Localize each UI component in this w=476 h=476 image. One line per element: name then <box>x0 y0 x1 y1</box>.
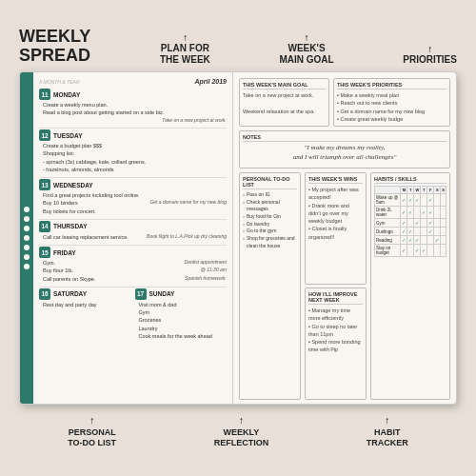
habit-4-t2 <box>421 228 427 236</box>
spine-dot-2 <box>24 216 30 222</box>
left-page: A MONTH & YEAR April 2019 11 MONDAY Crea… <box>33 72 233 404</box>
tuesday-name: TUESDAY <box>53 132 82 139</box>
monday-name: MONDAY <box>53 91 80 98</box>
monday-num: 11 <box>39 89 50 100</box>
sunday-header: 17 SUNDAY <box>135 288 228 300</box>
habit-col-name <box>375 187 401 194</box>
priorities-content: • Make a weekly meal plan • Reach out to… <box>337 91 446 123</box>
wednesday-name: WEDNESDAY <box>53 182 93 188</box>
habit-2-t2: ✓ <box>421 207 427 219</box>
bottom-habit-label: ↑ HABIT TRACKER <box>367 410 408 448</box>
habit-6-s2 <box>441 245 446 257</box>
habit-2-s1 <box>434 207 441 219</box>
right-top: THIS WEEK'S MAIN GOAL Take on a new proj… <box>239 78 450 127</box>
weekly-spread-label: WEEKLYSPREAD <box>19 28 90 66</box>
main-goal-top-label: WEEK'S MAIN GOAL <box>279 43 333 66</box>
main-goal-content: Take on a new project at work. Weekend r… <box>243 91 326 115</box>
habit-name-4: Duolingo <box>375 228 401 236</box>
habit-name-1: Wake up @ 5am <box>375 194 401 207</box>
habit-5-s1: ✓ <box>434 236 441 245</box>
day-thursday: 14 THURSDAY Pick up dry cleaning Book fl… <box>39 221 227 241</box>
friday-num: 15 <box>39 247 50 258</box>
main-goal-title: THIS WEEK'S MAIN GOAL <box>243 82 326 89</box>
improve-section: HOW I'LL IMPROVE NEXT WEEK • Manage my t… <box>305 288 367 400</box>
habit-tracker-label: HABIT TRACKER <box>367 427 408 448</box>
weekend-block: 16 SATURDAY Rest day and party day 17 SU… <box>39 288 227 340</box>
weekly-reflection-label: WEEKLY REFLECTION <box>214 427 269 448</box>
habit-5-m: ✓ <box>401 236 407 245</box>
habit-row-1: Wake up @ 5am ✓ ✓ ✓ ✓ <box>375 194 446 207</box>
habit-row-6: Stay on budget ✓ ✓ ✓ <box>375 245 446 257</box>
habit-5-f <box>427 236 434 245</box>
sunday-name: SUNDAY <box>149 290 175 297</box>
bottom-reflection-label: ↑ WEEKLY REFLECTION <box>214 410 269 448</box>
habit-2-t1: ✓ <box>407 207 414 219</box>
habit-name-3: Gym <box>375 219 401 228</box>
habit-2-s2 <box>441 207 446 219</box>
main-goal-section: THIS WEEK'S MAIN GOAL Take on a new proj… <box>239 78 329 127</box>
sunday-num: 17 <box>135 288 147 300</box>
notes-section: NOTES "I make my dreams my reality,and I… <box>239 130 450 169</box>
habit-row-5: Reading ✓ ✓ ✓ ✓ <box>375 236 446 245</box>
habit-name-6: Stay on budget <box>375 245 401 257</box>
thursday-content: Pick up dry cleaning Book flight to L.A.… <box>39 233 227 241</box>
habit-1-m: ✓ <box>401 194 407 207</box>
habit-5-w: ✓ <box>414 236 421 245</box>
habit-6-t1 <box>407 245 414 257</box>
tuesday-header: 12 TUESDAY <box>39 129 227 141</box>
personal-todo-label: PERSONAL TO-DO LIST <box>68 427 116 448</box>
habit-2-m: ✓ <box>401 207 407 219</box>
habit-row-3: Gym ✓ ✓ ✓ <box>375 219 446 228</box>
spine-dot-5 <box>24 245 30 250</box>
habit-title: HABITS / SKILLS <box>374 176 446 184</box>
habit-row-4: Duolingo ✓ ✓ ✓ <box>375 228 446 236</box>
sunday-content: Visit mom & dad Gym Groceries Laundry Co… <box>135 301 228 340</box>
habit-table: M T W T F S S Wake up @ 5am <box>374 186 446 257</box>
habit-name-2: Drink 2L water <box>375 207 401 219</box>
friday-content: Gym. Dentist appointment Buy flour 1lb. … <box>39 259 227 283</box>
habit-3-w: ✓ <box>414 219 421 228</box>
notebook: A MONTH & YEAR April 2019 11 MONDAY Crea… <box>19 71 457 405</box>
habit-5-t1: ✓ <box>407 236 414 245</box>
habit-3-m: ✓ <box>401 219 407 228</box>
habit-1-t2 <box>421 194 427 207</box>
habit-1-t1: ✓ <box>407 194 414 207</box>
saturday-name: SATURDAY <box>53 290 87 297</box>
monday-header: 11 MONDAY <box>39 89 227 100</box>
top-labels-row: WEEKLYSPREAD ↑ PLAN FOR THE WEEK ↑ WEEK'… <box>19 28 457 71</box>
saturday-content: Rest day and party day <box>39 301 131 308</box>
page-month: April 2019 <box>195 78 227 85</box>
priorities-section: THIS WEEK'S PRIORITIES • Make a weekly m… <box>333 78 450 127</box>
spine-dot-7 <box>24 264 30 269</box>
habit-col-s1: S <box>434 187 441 194</box>
wednesday-content: Find a great projects including tool onl… <box>39 191 227 215</box>
spine-dot-4 <box>24 235 30 241</box>
day-friday: 15 FRIDAY Gym. Dentist appointment Buy f… <box>39 247 227 283</box>
habit-name-5: Reading <box>375 236 401 245</box>
habit-5-s2 <box>441 236 446 245</box>
right-page: THIS WEEK'S MAIN GOAL Take on a new proj… <box>233 72 456 404</box>
habit-1-s1 <box>434 194 441 207</box>
thursday-name: THURSDAY <box>53 223 88 229</box>
todo-item-6: ›Shop for groceries and clean the house <box>243 235 297 249</box>
todo-item-3: ›Buy food for Gin <box>243 213 297 221</box>
habit-4-t1: ✓ <box>407 228 414 236</box>
habit-1-f: ✓ <box>427 194 434 207</box>
saturday-header: 16 SATURDAY <box>39 288 131 300</box>
priorities-top-label: PRIORITIES <box>403 54 457 66</box>
page-header: A MONTH & YEAR April 2019 <box>39 78 227 85</box>
notes-quote: "I make my dreams my reality,and I will … <box>243 144 446 163</box>
habit-section: HABITS / SKILLS M T W T F S S <box>370 172 450 400</box>
friday-header: 15 FRIDAY <box>39 247 227 258</box>
spine-dot-6 <box>24 254 30 260</box>
habit-row-2: Drink 2L water ✓ ✓ ✓ ✓ <box>375 207 446 219</box>
habit-6-f <box>427 245 434 257</box>
day-saturday: 16 SATURDAY Rest day and party day <box>39 288 131 340</box>
habit-4-w <box>414 228 421 236</box>
habit-6-s1 <box>434 245 441 257</box>
wins-improve-column: THIS WEEK'S WINS • My project after was … <box>305 172 367 400</box>
day-tuesday: 12 TUESDAY Create a budget plan $$$ Shop… <box>39 129 227 173</box>
habit-3-t2 <box>421 219 427 228</box>
day-wednesday: 13 WEDNESDAY Find a great projects inclu… <box>39 179 227 215</box>
habit-6-w: ✓ <box>414 245 421 257</box>
